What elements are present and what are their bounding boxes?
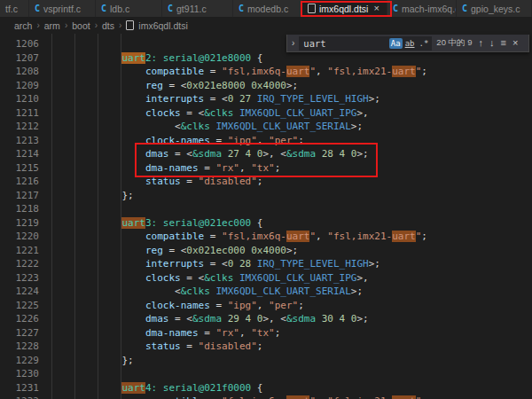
tab-mach-imx6q.c[interactable]: Cmach-imx6q.c [387, 0, 457, 17]
match-case-toggle[interactable]: Aa [389, 38, 403, 49]
code-line[interactable]: 1231 uart4: serial@021f0000 { [0, 381, 532, 395]
c-file-icon: C [101, 4, 106, 13]
breadcrumb-filename[interactable]: imx6qdl.dtsi [138, 20, 187, 31]
code-text: clocks = <&clks IMX6QDL_CLK_UART_IPG>, [51, 106, 369, 121]
tab-label: tf.c [5, 4, 18, 14]
tab-label: modedb.c [247, 4, 288, 14]
code-line[interactable]: 1226 dmas = <&sdma 29 4 0>, <&sdma 30 4 … [0, 312, 532, 326]
tab-tf.c[interactable]: tf.c [0, 0, 29, 17]
close-tab-icon[interactable]: × [373, 4, 379, 13]
code-text: clock-names = "ipg", "per"; [51, 299, 304, 313]
code-line[interactable]: 1210 interrupts = <0 27 IRQ_TYPE_LEVEL_H… [0, 92, 532, 106]
tab-vsprintf.c[interactable]: Cvsprintf.c [29, 0, 96, 17]
tab-label: gt911.c [176, 4, 207, 14]
line-number: 1230 [0, 367, 39, 381]
c-file-icon: C [35, 4, 40, 13]
tab-bar: tf.cCvsprintf.cCldb.cCgt911.cCmodedb.cim… [0, 0, 532, 17]
code-line[interactable]: 1214 dmas = <&sdma 27 4 0>, <&sdma 28 4 … [0, 147, 532, 161]
previous-match-button[interactable]: ↑ [476, 38, 485, 48]
code-text: dma-names = "rx", "tx"; [51, 161, 280, 176]
line-number: 1213 [0, 134, 39, 148]
search-match: uart [121, 382, 145, 394]
breadcrumb-separator-icon: › [95, 20, 98, 30]
search-match: uart [392, 395, 416, 399]
c-file-icon: C [393, 4, 398, 13]
code-line[interactable]: 1217 }; [0, 189, 532, 203]
next-match-button[interactable]: ↓ [488, 38, 497, 48]
code-line[interactable]: 1222 interrupts = <0 28 IRQ_TYPE_LEVEL_H… [0, 257, 532, 271]
line-number: 1217 [0, 189, 39, 203]
code-line[interactable]: 1227 dma-names = "rx", "tx"; [0, 326, 532, 340]
code-line[interactable]: 1221 reg = <0x021ec000 0x4000>; [0, 244, 532, 258]
find-in-selection-button[interactable]: ≡ [498, 38, 507, 48]
line-number: 1223 [0, 271, 39, 286]
line-number: 1219 [0, 216, 39, 231]
code-text: status = "disabled"; [51, 340, 262, 354]
breadcrumb-separator-icon: › [36, 20, 39, 30]
tab-label: mach-imx6q.c [402, 4, 457, 14]
tab-gpio_keys.c[interactable]: Cgpio_keys.c [457, 0, 532, 17]
code-line[interactable]: 1218 [0, 202, 532, 216]
code-text: dma-names = "rx", "tx"; [51, 326, 280, 340]
line-number: 1227 [0, 326, 39, 340]
code-text: uart4: serial@021f0000 { [51, 381, 262, 395]
line-number: 1211 [0, 106, 39, 121]
code-line[interactable]: 1209 reg = <0x021e8000 0x4000>; [0, 79, 532, 93]
find-input[interactable]: uart Aa ab .* [299, 36, 432, 51]
toggle-replace-chevron-icon[interactable]: › [290, 38, 296, 48]
tab-gt911.c[interactable]: Cgt911.c [162, 0, 233, 17]
code-line[interactable]: 1228 status = "disabled"; [0, 340, 532, 354]
code-text: clock-names = "ipg", "per"; [51, 134, 304, 148]
code-line[interactable]: 1224 <&clks IMX6QDL_CLK_UART_SERIAL>; [0, 285, 532, 299]
code-line[interactable]: 1211 clocks = <&clks IMX6QDL_CLK_UART_IP… [0, 106, 532, 121]
code-line[interactable]: 1212 <&clks IMX6QDL_CLK_UART_SERIAL>; [0, 120, 532, 134]
whole-word-toggle[interactable]: ab [403, 38, 417, 49]
code-line[interactable]: 1230 [0, 367, 532, 381]
c-file-icon: C [168, 4, 173, 13]
code-line[interactable]: 1216 status = "disabled"; [0, 175, 532, 189]
code-text: interrupts = <0 28 IRQ_TYPE_LEVEL_HIGH>; [51, 257, 380, 271]
search-match: uart [121, 217, 145, 229]
line-number: 1212 [0, 120, 39, 134]
breadcrumb-item[interactable]: dts [102, 20, 114, 31]
breadcrumb[interactable]: arch›arm›boot›dts›imx6qdl.dtsi [0, 17, 532, 34]
search-match: uart [392, 231, 416, 242]
close-find-button[interactable]: × [511, 38, 520, 48]
regex-toggle[interactable]: .* [418, 38, 431, 49]
breadcrumb-item[interactable]: boot [72, 20, 90, 31]
code-line[interactable]: 1229 }; [0, 354, 532, 368]
tab-modedb.c[interactable]: Cmodedb.c [233, 0, 302, 17]
line-number: 1206 [0, 37, 39, 51]
line-number: 1210 [0, 92, 39, 106]
c-file-icon: C [239, 4, 244, 13]
code-line[interactable]: 1208 compatible = "fsl,imx6q-uart", "fsl… [0, 65, 532, 79]
line-number: 1224 [0, 285, 39, 299]
code-line[interactable]: 1219 uart3: serial@021ec000 { [0, 216, 532, 231]
code-editor[interactable]: 12061207 uart2: serial@021e8000 {1208 co… [0, 34, 532, 399]
code-line[interactable]: 1223 clocks = <&clks IMX6QDL_CLK_UART_IP… [0, 271, 532, 286]
line-number: 1207 [0, 51, 39, 66]
breadcrumb-item[interactable]: arm [44, 20, 60, 31]
tab-label: ldb.c [110, 4, 129, 14]
code-line[interactable]: 1232 compatible = "fsl,imx6q-uart", "fsl… [0, 395, 532, 399]
line-number: 1231 [0, 381, 39, 395]
line-number: 1214 [0, 147, 39, 161]
code-text: compatible = "fsl,imx6q-uart", "fsl,imx2… [51, 395, 427, 399]
tab-ldb.c[interactable]: Cldb.c [96, 0, 162, 17]
code-text: uart3: serial@021ec000 { [51, 216, 262, 231]
tab-imx6qdl.dtsi[interactable]: imx6qdl.dtsi× [302, 0, 387, 17]
code-line[interactable]: 1207 uart2: serial@021e8000 { [0, 51, 532, 66]
code-text: compatible = "fsl,imx6q-uart", "fsl,imx2… [51, 230, 427, 244]
code-line[interactable]: 1213 clock-names = "ipg", "per"; [0, 134, 532, 148]
code-text: dmas = <&sdma 29 4 0>, <&sdma 30 4 0>; [51, 312, 369, 326]
file-icon [126, 20, 134, 30]
find-query-text[interactable]: uart [303, 38, 387, 49]
code-line[interactable]: 1215 dma-names = "rx", "tx"; [0, 161, 532, 176]
code-line[interactable]: 1220 compatible = "fsl,imx6q-uart", "fsl… [0, 230, 532, 244]
line-number: 1232 [0, 395, 39, 399]
breadcrumb-item[interactable]: arch [14, 20, 32, 31]
code-text: }; [51, 354, 134, 368]
code-text: compatible = "fsl,imx6q-uart", "fsl,imx2… [51, 65, 427, 79]
code-line[interactable]: 1225 clock-names = "ipg", "per"; [0, 299, 532, 313]
line-number: 1208 [0, 65, 39, 79]
